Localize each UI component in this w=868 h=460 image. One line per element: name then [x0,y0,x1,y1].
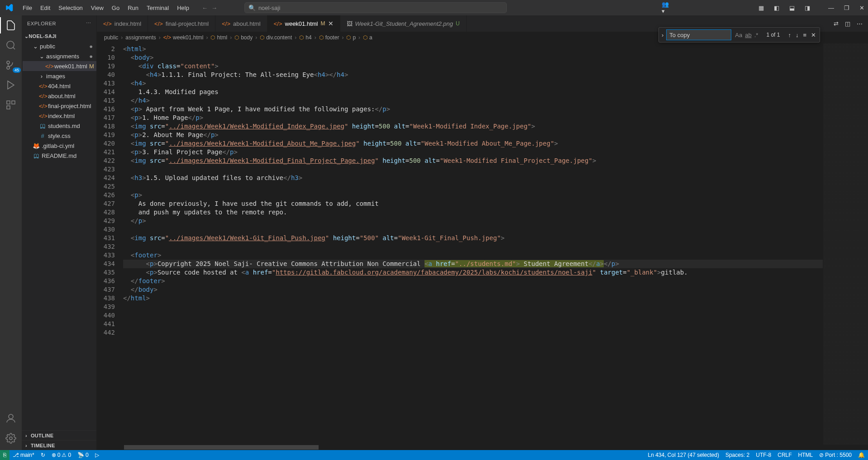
compare-icon[interactable]: ⇄ [834,20,839,27]
folder-assignments[interactable]: ⌄assignments● [23,51,96,61]
panel-right-icon[interactable]: ◨ [804,4,811,11]
search-activity-icon[interactable] [5,39,17,52]
code-editor[interactable]: 2101940413414415416417418419420421422423… [97,43,868,445]
nav-back-icon[interactable]: ← [202,5,208,11]
stop-icon: ⊘ [819,452,824,458]
svg-rect-4 [7,101,10,104]
command-center[interactable]: 🔍 noel-saji [244,2,507,13]
find-next-icon[interactable]: ↓ [796,32,799,38]
menu-terminal[interactable]: Terminal [143,3,172,13]
tab-index.html[interactable]: </>index.html [97,15,148,32]
file-week01.html[interactable]: </>week01.htmlM [23,61,96,71]
find-close-icon[interactable]: ✕ [811,32,816,38]
code-content[interactable]: <html> <body> <div class="content"> <h4>… [123,43,823,445]
svg-marker-3 [8,81,14,89]
close-icon[interactable]: ✕ [328,20,334,27]
file-students.md[interactable]: 🕮students.md [23,121,96,131]
file-style.css[interactable]: #style.css [23,131,96,141]
menu-go[interactable]: Go [108,3,123,13]
menu-view[interactable]: View [87,3,107,13]
find-input[interactable] [666,29,731,40]
breadcrumb-item[interactable]: ⬡ div.content [260,34,292,41]
nav-forward-icon[interactable]: → [211,5,217,11]
panel-bottom-icon[interactable]: ⬓ [788,4,796,11]
tab-about.html[interactable]: </>about.html [215,15,267,32]
editor-area: </>index.html</>final-project.html</>abo… [97,15,868,450]
outline-section[interactable]: ›OUTLINE [22,430,96,440]
explorer-icon[interactable] [5,19,17,32]
svg-rect-5 [12,101,15,104]
encoding[interactable]: UTF-8 [753,452,774,458]
breadcrumb-item[interactable]: ⬡ p [346,34,356,41]
play-icon: ▷ [95,452,99,458]
activity-bar: 45 [0,15,22,450]
layout-customize-icon[interactable]: ▦ [758,4,765,11]
menu-edit[interactable]: Edit [37,3,54,13]
radio[interactable]: 📡0 [74,452,92,458]
breadcrumb-item[interactable]: ⬡ body [234,34,253,41]
more-tab-icon[interactable]: ⋯ [857,20,863,27]
cursor-position[interactable]: Ln 434, Col 127 (47 selected) [644,452,722,458]
file-404.html[interactable]: </>404.html [23,81,96,91]
match-case-icon[interactable]: Aa [735,32,742,38]
problems[interactable]: ⊗0 ⚠0 [48,452,74,458]
file-about.html[interactable]: </>about.html [23,91,96,101]
horizontal-scrollbar[interactable] [97,445,868,450]
file-final-project.html[interactable]: </>final-project.html [23,101,96,111]
settings-gear-icon[interactable] [5,432,17,445]
branch-icon: ⎇ [13,452,19,458]
tab-final-project.html[interactable]: </>final-project.html [148,15,215,32]
svg-point-2 [7,66,10,69]
folder-public[interactable]: ⌄public● [23,41,96,51]
live-server[interactable]: ⊘ Port : 5500 [816,452,855,458]
status-bar: ⎘ ⎇main* ↻ ⊗0 ⚠0 📡0 ▷ Ln 434, Col 127 (4… [0,450,868,460]
breadcrumb-item[interactable]: ⬡ footer [319,34,339,41]
git-branch[interactable]: ⎇main* [10,452,38,458]
close-window-icon[interactable]: ✕ [859,5,864,11]
file-.gitlab-ci.yml[interactable]: 🦊.gitlab-ci.yml [23,141,96,151]
panel-left-icon[interactable]: ◧ [773,4,780,11]
minimize-icon[interactable]: — [828,5,834,11]
extensions-icon[interactable] [5,99,17,111]
menu-help[interactable]: Help [173,3,193,13]
menu-run[interactable]: Run [124,3,142,13]
sync-button[interactable]: ↻ [38,452,48,458]
split-icon[interactable]: ◫ [845,20,850,27]
live-share[interactable]: ▷ [92,452,102,458]
file-index.html[interactable]: </>index.html [23,111,96,121]
breadcrumb-item[interactable]: ⬡ a [363,34,372,41]
minimap[interactable] [823,43,868,445]
breadcrumb-item[interactable]: public [104,34,118,41]
find-prev-icon[interactable]: ↑ [788,32,791,38]
find-expand-icon[interactable]: › [659,32,666,38]
language-mode[interactable]: HTML [795,452,816,458]
find-selection-icon[interactable]: ≡ [803,32,806,38]
source-control-icon[interactable]: 45 [5,59,17,71]
breadcrumb-item[interactable]: ⬡ h4 [299,34,311,41]
copilot-icon[interactable]: 👥 ▾ [662,4,669,11]
indentation[interactable]: Spaces: 2 [722,452,753,458]
breadcrumb-item[interactable]: assignments [125,34,156,41]
accounts-icon[interactable] [5,412,17,425]
tab-week01.html[interactable]: </>week01.htmlM✕ [267,15,340,32]
folder-images[interactable]: ›images [23,71,96,81]
remote-indicator[interactable]: ⎘ [0,450,10,460]
timeline-section[interactable]: ›TIMELINE [22,440,96,450]
project-header[interactable]: ⌄ NOEL-SAJI [22,31,96,41]
notifications-icon[interactable]: 🔔 [855,452,868,458]
radio-icon: 📡 [77,452,84,458]
find-count: 1 of 1 [762,32,784,38]
menu-file[interactable]: File [19,3,36,13]
eol[interactable]: CRLF [774,452,795,458]
breadcrumb-item[interactable]: </> week01.html [163,34,204,41]
maximize-icon[interactable]: ❐ [844,5,849,11]
menu-selection[interactable]: Selection [55,3,86,13]
more-icon[interactable]: ⋯ [86,20,91,26]
error-icon: ⊗ [52,452,56,458]
file-README.md[interactable]: 🕮README.md [23,151,96,161]
match-word-icon[interactable]: ab [745,32,751,38]
tab-Week1-Git_Student_Agreement2.png[interactable]: 🖼Week1-Git_Student_Agreement2.pngU [340,15,467,32]
regex-icon[interactable]: .* [754,32,758,38]
run-debug-icon[interactable] [5,79,17,91]
breadcrumb-item[interactable]: ⬡ html [210,34,227,41]
